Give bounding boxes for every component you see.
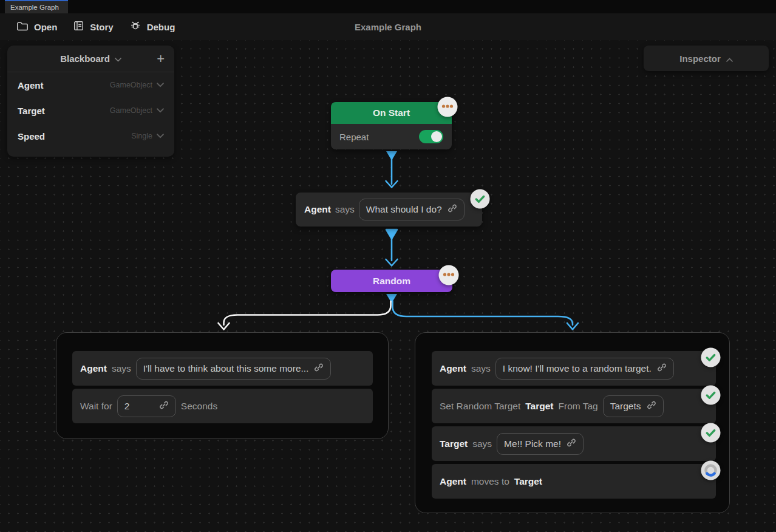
dialogue-text-field[interactable]: Me!! Pick me! [497, 433, 584, 455]
verb-label: says [112, 363, 131, 374]
repeat-label: Repeat [339, 132, 369, 142]
group-right-branch[interactable]: Agent says I know! I'll move to a random… [415, 332, 730, 513]
blackboard-header[interactable]: Blackboard + [7, 46, 174, 72]
node-random[interactable]: Random [331, 270, 452, 292]
on-start-header: On Start [331, 102, 452, 124]
actor-label: Agent [440, 476, 466, 487]
tab-example-graph[interactable]: Example Graph [5, 0, 68, 13]
debug-label: Debug [147, 22, 175, 32]
dialogue-text: I'll have to think about this some more.… [143, 363, 309, 374]
bug-icon [129, 20, 141, 34]
node-agent-says-know[interactable]: Agent says I know! I'll move to a random… [432, 351, 716, 386]
inspector-label: Inspector [679, 53, 721, 64]
open-label: Open [34, 22, 57, 32]
dialogue-text-field[interactable]: I'll have to think about this some more.… [136, 358, 332, 380]
variable-row-agent: Agent GameObject [7, 72, 174, 98]
group-left-branch[interactable]: Agent says I'll have to think about this… [56, 332, 389, 439]
link-icon [567, 438, 576, 450]
dialogue-text-field[interactable]: What should I do? [359, 199, 465, 220]
actor-label: Agent [440, 363, 466, 374]
tag-field[interactable]: Targets [603, 395, 664, 417]
variable-type-label: GameObject [110, 106, 152, 115]
toggle-knob [431, 131, 442, 142]
link-icon [314, 363, 324, 375]
folder-icon [16, 21, 29, 33]
node-agent-moves[interactable]: Agent moves to Target [432, 464, 716, 499]
link-icon [159, 400, 169, 412]
verb-label: says [335, 204, 355, 215]
node-agent-says-what[interactable]: Agent says What should I do? [296, 193, 482, 227]
node-agent-says-think[interactable]: Agent says I'll have to think about this… [72, 351, 373, 386]
actor-label: Target [440, 438, 468, 449]
variable-type-dropdown[interactable]: Single [131, 132, 164, 140]
from-tag-label: From Tag [559, 401, 598, 412]
link-icon [448, 203, 457, 216]
story-label: Story [90, 22, 113, 32]
actor-label: Agent [80, 363, 107, 374]
variable-name: Target [18, 106, 45, 116]
status-check-badge [701, 385, 721, 408]
dialogue-text: What should I do? [366, 204, 442, 215]
chevron-up-icon [726, 53, 733, 64]
variable-type-label: Single [131, 132, 152, 140]
variable-type-dropdown[interactable]: GameObject [110, 81, 164, 89]
on-start-body: Repeat [331, 124, 452, 149]
wait-seconds-value: 2 [124, 401, 130, 412]
chevron-down-icon [157, 132, 164, 140]
verb-label: moves to [471, 476, 509, 487]
toolbar: Open Story Debug Example Graph [0, 13, 776, 40]
seconds-label: Seconds [181, 401, 217, 412]
inspector-toggle-button[interactable]: Inspector [644, 46, 769, 71]
node-on-start[interactable]: On Start Repeat [331, 102, 452, 149]
verb-label: says [472, 438, 492, 449]
set-random-target-label: Set Random Target [440, 401, 520, 412]
debug-button[interactable]: Debug [129, 20, 175, 34]
story-button[interactable]: Story [73, 20, 113, 33]
move-target-label: Target [514, 476, 542, 487]
blackboard-panel: Blackboard + Agent GameObject Target Gam… [7, 46, 174, 157]
node-target-says[interactable]: Target says Me!! Pick me! [432, 426, 716, 461]
tab-bar: Example Graph [0, 0, 776, 13]
target-variable-label: Target [525, 401, 553, 412]
blackboard-title: Blackboard [60, 53, 110, 64]
on-start-title: On Start [373, 107, 410, 118]
wait-seconds-field[interactable]: 2 [117, 395, 176, 417]
variable-name: Agent [18, 80, 44, 90]
repeat-toggle[interactable] [419, 130, 443, 143]
chevron-down-icon [115, 53, 121, 64]
node-menu-button[interactable] [437, 97, 458, 120]
random-title: Random [373, 276, 410, 287]
node-set-random-target[interactable]: Set Random Target Target From Tag Target… [432, 389, 716, 423]
variable-row-speed: Speed Single [7, 123, 174, 149]
link-icon [657, 363, 667, 375]
dialogue-text-field[interactable]: I know! I'll move to a random target. [495, 358, 674, 380]
variable-type-dropdown[interactable]: GameObject [110, 106, 164, 115]
verb-label: says [471, 363, 491, 374]
tag-value: Targets [610, 401, 641, 412]
status-spinner-badge [701, 460, 721, 483]
actor-label: Agent [304, 204, 331, 215]
chevron-down-icon [157, 106, 164, 115]
node-wait[interactable]: Wait for 2 Seconds [72, 389, 373, 423]
wait-for-label: Wait for [80, 401, 112, 412]
chevron-down-icon [157, 81, 164, 89]
add-variable-button[interactable]: + [157, 52, 165, 66]
tab-label: Example Graph [10, 4, 59, 11]
link-icon [647, 400, 656, 412]
variable-name: Speed [18, 131, 45, 142]
node-menu-button[interactable] [438, 265, 459, 288]
variable-type-label: GameObject [110, 81, 152, 89]
graph-title: Example Graph [355, 22, 421, 32]
story-icon [73, 20, 84, 33]
dialogue-text: Me!! Pick me! [504, 438, 561, 449]
variable-row-target: Target GameObject [7, 98, 174, 123]
dialogue-text: I know! I'll move to a random target. [503, 363, 652, 374]
open-button[interactable]: Open [16, 21, 57, 33]
status-check-badge [701, 423, 721, 445]
status-check-badge [470, 189, 490, 211]
status-check-badge [701, 347, 721, 370]
